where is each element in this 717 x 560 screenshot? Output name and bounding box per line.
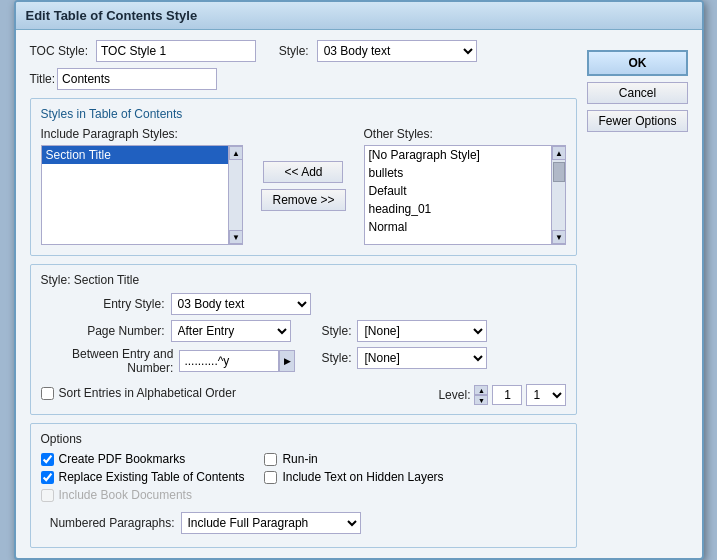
scroll-down-arrow[interactable]: ▼ [552, 230, 566, 244]
list-item[interactable]: Normal [365, 218, 552, 236]
scroll-up-arrow[interactable]: ▲ [229, 146, 243, 160]
include-hidden-row: Include Text on Hidden Layers [264, 470, 443, 484]
level-input[interactable] [492, 385, 522, 405]
include-hidden-label: Include Text on Hidden Layers [282, 470, 443, 484]
create-pdf-label: Create PDF Bookmarks [59, 452, 186, 466]
level-label: Level: [438, 388, 470, 402]
level-row: Level: ▲ ▼ 1 [438, 384, 566, 406]
between-input[interactable] [179, 350, 279, 372]
sort-checkbox[interactable] [41, 387, 54, 400]
add-button[interactable]: << Add [263, 161, 343, 183]
remove-button[interactable]: Remove >> [261, 189, 345, 211]
include-book-checkbox[interactable] [41, 489, 54, 502]
list-item[interactable]: heading_01 [365, 200, 552, 218]
fewer-options-button[interactable]: Fewer Options [587, 110, 687, 132]
sort-label: Sort Entries in Alphabetical Order [59, 386, 236, 400]
list-item[interactable]: Section Title [42, 146, 229, 164]
level-down-arrow[interactable]: ▼ [474, 395, 488, 405]
replace-existing-label: Replace Existing Table of Contents [59, 470, 245, 484]
create-pdf-checkbox[interactable] [41, 453, 54, 466]
style-entry-section: Style: Section Title Entry Style: 03 Bod… [30, 264, 578, 415]
title-label: Title: [30, 72, 56, 86]
scroll-thumb[interactable] [553, 162, 565, 182]
run-in-checkbox[interactable] [264, 453, 277, 466]
scroll-up-arrow[interactable]: ▲ [552, 146, 566, 160]
options-title: Options [41, 432, 567, 446]
include-book-label: Include Book Documents [59, 488, 192, 502]
list-item[interactable]: bullets [365, 164, 552, 182]
page-number-style-select[interactable]: [None] [357, 320, 487, 342]
list-item[interactable]: Default [365, 182, 552, 200]
page-number-label: Page Number: [41, 324, 171, 338]
page-number-select[interactable]: After Entry [171, 320, 291, 342]
run-in-label: Run-in [282, 452, 317, 466]
level-spinner: ▲ ▼ [474, 385, 488, 405]
between-style-select[interactable]: [None] [357, 347, 487, 369]
ok-button[interactable]: OK [587, 50, 687, 76]
scroll-down-arrow[interactable]: ▼ [229, 230, 243, 244]
add-remove-col: << Add Remove >> [253, 127, 353, 245]
right-buttons: OK Cancel Fewer Options [587, 40, 687, 132]
toc-style-input[interactable] [96, 40, 256, 62]
edit-toc-dialog: Edit Table of Contents Style TOC Style: … [14, 0, 704, 560]
list-item[interactable]: [No Paragraph Style] [365, 146, 552, 164]
include-book-row: Include Book Documents [41, 488, 245, 502]
run-in-row: Run-in [264, 452, 443, 466]
styles-section-title: Styles in Table of Contents [41, 107, 567, 121]
create-pdf-row: Create PDF Bookmarks [41, 452, 245, 466]
replace-existing-checkbox[interactable] [41, 471, 54, 484]
entry-style-select[interactable]: 03 Body text [171, 293, 311, 315]
include-styles-list: Section Title ▲ ▼ [41, 145, 244, 245]
between-arrow-btn[interactable]: ▶ [279, 350, 295, 372]
replace-existing-row: Replace Existing Table of Contents [41, 470, 245, 484]
style-entry-title: Style: Section Title [41, 273, 567, 287]
options-section: Options Create PDF Bookmarks Replace Exi… [30, 423, 578, 548]
toc-style-label: TOC Style: [30, 44, 88, 58]
level-up-arrow[interactable]: ▲ [474, 385, 488, 395]
other-scrollbar: ▲ ▼ [551, 146, 565, 244]
include-scrollbar: ▲ ▼ [228, 146, 242, 244]
include-hidden-checkbox[interactable] [264, 471, 277, 484]
entry-style-label: Entry Style: [41, 297, 171, 311]
other-styles-label: Other Styles: [364, 127, 567, 141]
sort-checkbox-row: Sort Entries in Alphabetical Order [41, 386, 236, 400]
cancel-button[interactable]: Cancel [587, 82, 687, 104]
dialog-title: Edit Table of Contents Style [16, 2, 702, 30]
style-label: Style: [279, 44, 309, 58]
numbered-label: Numbered Paragraphs: [41, 516, 181, 530]
style-select[interactable]: 03 Body text [317, 40, 477, 62]
level-select[interactable]: 1 [526, 384, 566, 406]
styles-section: Styles in Table of Contents Include Para… [30, 98, 578, 256]
title-input[interactable] [57, 68, 217, 90]
between-label: Between Entry and Number: [41, 347, 180, 375]
between-style-label: Style: [311, 351, 357, 365]
page-number-style-label: Style: [311, 324, 357, 338]
other-styles-list: [No Paragraph Style] bullets Default hea… [364, 145, 567, 245]
include-styles-label: Include Paragraph Styles: [41, 127, 244, 141]
numbered-select[interactable]: Include Full Paragraph [181, 512, 361, 534]
